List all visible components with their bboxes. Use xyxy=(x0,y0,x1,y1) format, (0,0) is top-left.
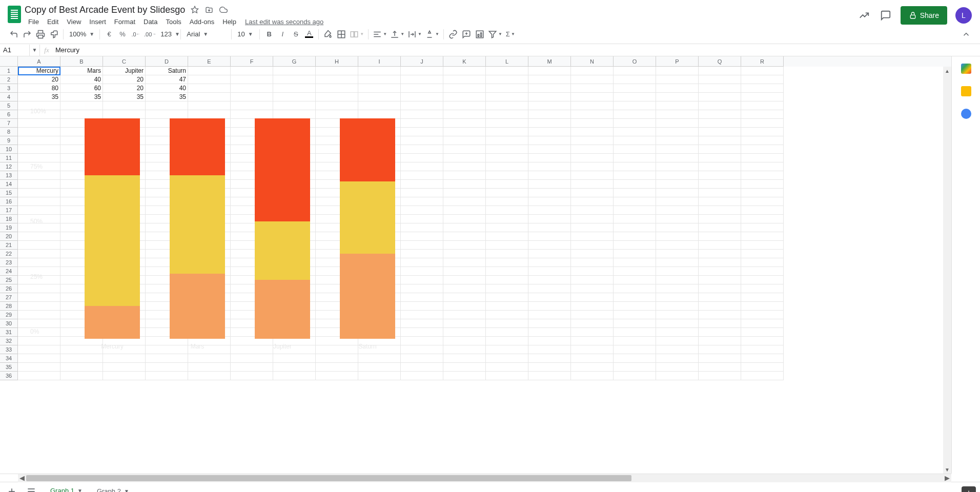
cell[interactable] xyxy=(571,284,614,293)
cell[interactable] xyxy=(188,171,231,180)
cell[interactable] xyxy=(614,189,656,197)
cell[interactable] xyxy=(188,189,231,197)
cell[interactable] xyxy=(401,223,443,232)
cell[interactable] xyxy=(358,293,401,302)
cell[interactable] xyxy=(443,189,486,197)
column-header[interactable]: N xyxy=(571,56,614,67)
cell[interactable] xyxy=(528,180,571,189)
cell[interactable] xyxy=(443,372,486,380)
cell[interactable] xyxy=(103,189,146,197)
row-header[interactable]: 20 xyxy=(0,232,18,241)
cell[interactable] xyxy=(60,110,103,119)
cell[interactable] xyxy=(401,197,443,206)
cell[interactable] xyxy=(188,258,231,267)
cell[interactable] xyxy=(316,93,358,101)
cell[interactable] xyxy=(188,293,231,302)
all-sheets-button[interactable] xyxy=(24,484,39,493)
cell[interactable] xyxy=(614,372,656,380)
cell[interactable] xyxy=(656,171,699,180)
cell[interactable] xyxy=(146,154,188,162)
cell[interactable] xyxy=(699,145,741,154)
row-header[interactable]: 32 xyxy=(0,337,18,345)
cell[interactable] xyxy=(358,337,401,345)
cell[interactable] xyxy=(614,345,656,354)
cell[interactable] xyxy=(614,241,656,250)
column-header[interactable]: O xyxy=(614,56,656,67)
cell[interactable] xyxy=(571,311,614,319)
cell[interactable] xyxy=(571,215,614,223)
cell[interactable] xyxy=(146,223,188,232)
cell[interactable] xyxy=(699,171,741,180)
cell[interactable] xyxy=(188,241,231,250)
cell[interactable] xyxy=(528,311,571,319)
cell[interactable] xyxy=(656,372,699,380)
cell[interactable] xyxy=(146,215,188,223)
cell[interactable] xyxy=(741,145,784,154)
column-header[interactable]: L xyxy=(486,56,528,67)
cell[interactable] xyxy=(528,293,571,302)
cell[interactable] xyxy=(188,93,231,101)
cell[interactable] xyxy=(741,67,784,75)
row-header[interactable]: 7 xyxy=(0,119,18,128)
cell[interactable] xyxy=(358,223,401,232)
cell[interactable]: 60 xyxy=(60,84,103,93)
cell[interactable] xyxy=(358,372,401,380)
cell[interactable] xyxy=(571,206,614,215)
cell[interactable] xyxy=(18,363,60,372)
cell[interactable] xyxy=(188,319,231,328)
cell[interactable] xyxy=(18,215,60,223)
cell[interactable] xyxy=(656,267,699,276)
cell[interactable] xyxy=(60,241,103,250)
cell[interactable] xyxy=(188,128,231,136)
cell[interactable] xyxy=(103,337,146,345)
cell[interactable] xyxy=(528,250,571,258)
cell[interactable] xyxy=(358,302,401,311)
cell[interactable] xyxy=(103,241,146,250)
cell[interactable] xyxy=(614,250,656,258)
cell[interactable] xyxy=(741,354,784,363)
cell[interactable] xyxy=(231,223,273,232)
cell[interactable] xyxy=(614,284,656,293)
cell[interactable] xyxy=(443,345,486,354)
cell[interactable] xyxy=(146,232,188,241)
row-header[interactable]: 34 xyxy=(0,354,18,363)
cell[interactable] xyxy=(571,267,614,276)
cell[interactable] xyxy=(401,354,443,363)
column-header[interactable]: H xyxy=(316,56,358,67)
cell[interactable] xyxy=(741,293,784,302)
cell[interactable] xyxy=(401,110,443,119)
cell[interactable] xyxy=(231,354,273,363)
cell[interactable] xyxy=(401,267,443,276)
cell[interactable] xyxy=(231,328,273,337)
cell[interactable] xyxy=(486,162,528,171)
cell[interactable] xyxy=(358,354,401,363)
cell[interactable] xyxy=(18,319,60,328)
cell[interactable] xyxy=(699,197,741,206)
cell[interactable] xyxy=(486,180,528,189)
cell[interactable]: 35 xyxy=(103,93,146,101)
cell[interactable] xyxy=(741,75,784,84)
menu-help[interactable]: Help xyxy=(219,17,240,27)
cell[interactable] xyxy=(699,250,741,258)
cell[interactable] xyxy=(103,311,146,319)
cell[interactable] xyxy=(231,67,273,75)
cell[interactable] xyxy=(528,267,571,276)
cell[interactable] xyxy=(231,171,273,180)
cell[interactable] xyxy=(486,250,528,258)
text-color-button[interactable]: A xyxy=(302,28,316,41)
cell[interactable] xyxy=(188,302,231,311)
cell[interactable] xyxy=(316,180,358,189)
cell[interactable] xyxy=(103,284,146,293)
cell[interactable] xyxy=(358,267,401,276)
cell[interactable] xyxy=(528,345,571,354)
cell[interactable] xyxy=(443,354,486,363)
cell[interactable] xyxy=(358,232,401,241)
cell[interactable] xyxy=(103,215,146,223)
cell[interactable] xyxy=(231,110,273,119)
cell[interactable] xyxy=(60,363,103,372)
cell[interactable] xyxy=(443,337,486,345)
row-header[interactable]: 26 xyxy=(0,284,18,293)
cell[interactable] xyxy=(316,241,358,250)
cell[interactable] xyxy=(18,162,60,171)
cell[interactable] xyxy=(316,293,358,302)
